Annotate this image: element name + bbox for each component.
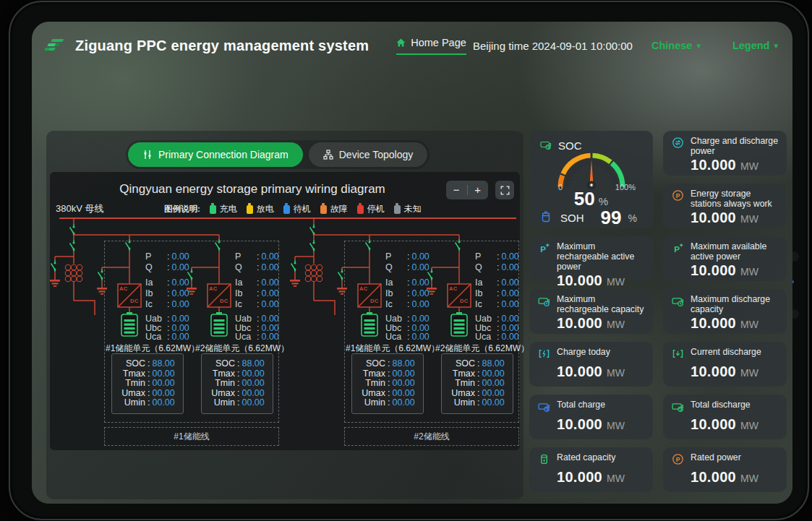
chevron-down-icon: ▾: [774, 41, 778, 51]
available-power-icon: P: [672, 242, 685, 257]
charge-today-icon: [538, 348, 551, 363]
wiring-icon: [142, 150, 153, 160]
stat-card-max-rechargeable-power: P Maximum rechargeable active power 10.0…: [529, 236, 653, 281]
home-page-tab[interactable]: Home Page: [396, 37, 466, 55]
stat-value: 10.000MW: [538, 469, 644, 486]
legend-selector[interactable]: Legend▾: [732, 40, 778, 51]
beijing-time: Beijing time 2024-09-01 10:00:00: [473, 40, 633, 52]
stat-value: 10.000MW: [672, 157, 778, 173]
soc-gauge-card: SOC 0 100% 50%: [529, 131, 653, 228]
rechargeable-power-icon: P: [538, 242, 551, 257]
dc-label: DC: [370, 298, 378, 304]
unit-soc-box: SOC:88.00 Tmax:00.00 Tmin:00.00 Umax:00.…: [351, 353, 424, 414]
home-label: Home Page: [411, 37, 466, 48]
stat-card-charge-today: Charge today 10.000MW: [529, 342, 653, 387]
discharge-capacity-icon: [672, 295, 685, 310]
stat-card-always-work: P Energy storage stations always work 10…: [663, 184, 787, 228]
svg-text:P: P: [676, 456, 680, 463]
stat-card-total-charge: Total charge 10.000MW: [529, 395, 653, 439]
screen: Ziguang PPC energy management system Hom…: [32, 22, 792, 504]
storage-line-2: #2储能线: [344, 427, 519, 446]
language-selector[interactable]: Chinese▾: [651, 40, 701, 51]
stat-value: 10.000MW: [672, 363, 778, 380]
tab-primary-connection-diagram[interactable]: Primary Connection Diagram: [128, 142, 303, 167]
tab-device-topology[interactable]: Device Topology: [309, 142, 427, 167]
storage-line-1: #1储能线: [104, 427, 279, 446]
ac-label: AC: [209, 285, 217, 292]
svg-text:P: P: [674, 244, 680, 254]
header: Ziguang PPC energy management system Hom…: [32, 22, 792, 65]
soh-row: SOH 99 %: [541, 207, 637, 229]
unit-measurements: P:0.00 Q:0.00 Ia:0.00 Ib:0.00 Ic:0.00 Ua…: [385, 251, 454, 342]
stat-card-max-discharge-capacity: Maximum discharge capacity 10.000MW: [663, 289, 787, 334]
ziguang-logo: [45, 37, 68, 54]
stat-value: 10.000MW: [672, 210, 778, 226]
battery-health-icon: [541, 211, 554, 225]
current-discharge-icon: [672, 348, 685, 363]
charge-discharge-icon: [672, 137, 685, 152]
dc-label: DC: [220, 298, 228, 304]
tablet-frame: Ziguang PPC energy management system Hom…: [9, 1, 809, 520]
rechargeable-capacity-icon: [538, 295, 551, 310]
topology-icon: [323, 150, 333, 160]
unit-soc-box: SOC:88.00 Tmax:00.00 Tmin:00.00 Umax:00.…: [441, 353, 513, 414]
tab-label: Device Topology: [339, 149, 413, 160]
tab-label: Primary Connection Diagram: [158, 149, 289, 160]
rated-capacity-icon: [538, 453, 551, 468]
stat-card-charge-discharge-power: Charge and discharge power 10.000MW: [663, 131, 787, 176]
stat-value: 10.000MW: [672, 315, 778, 332]
stat-card-rated-power: P Rated power 10.000MW: [663, 447, 787, 492]
total-discharge-icon: [672, 400, 685, 415]
brand: Ziguang PPC energy management system: [45, 37, 369, 54]
ac-label: AC: [449, 285, 457, 292]
unit-soc-box: SOC:88.00 Tmax:00.00 Tmin:00.00 Umax:00.…: [111, 353, 184, 414]
stat-value: 10.000MW: [538, 363, 644, 380]
svg-text:P: P: [540, 244, 546, 254]
stat-card-max-available-power: P Maximum available active power 10.000M…: [663, 236, 787, 281]
stat-value: 10.000MW: [672, 416, 778, 433]
ac-label: AC: [359, 285, 367, 292]
soh-value: 99: [601, 207, 622, 229]
soc-gauge: [549, 142, 634, 189]
dc-label: DC: [130, 298, 138, 304]
home-icon: [396, 38, 406, 47]
ac-label: AC: [119, 285, 127, 292]
soh-label: SOH: [560, 212, 584, 224]
chevron-down-icon: ▾: [696, 41, 701, 51]
stat-card-current-discharge: Current discharge 10.000MW: [663, 342, 787, 387]
unit-soc-box: SOC:88.00 Tmax:00.00 Tmin:00.00 Umax:00.…: [201, 353, 273, 414]
wiring-diagram-canvas[interactable]: Qingyuan energy storage primary wiring d…: [50, 172, 520, 450]
total-charge-icon: [538, 400, 551, 415]
stat-value: 10.000MW: [672, 262, 778, 279]
unit-measurements: P:0.00 Q:0.00 Ia:0.00 Ib:0.00 Ic:0.00 Ua…: [145, 251, 214, 342]
dc-label: DC: [460, 298, 468, 304]
tab-bar: Primary Connection Diagram Device Topolo…: [126, 140, 429, 169]
power-p-circle-icon: P: [672, 189, 685, 204]
stat-value: 10.000MW: [538, 416, 644, 433]
stat-card-rated-capacity: Rated capacity 10.000MW: [529, 447, 653, 492]
stat-card-total-discharge: Total discharge 10.000MW: [663, 395, 787, 439]
stat-value: 10.000MW: [538, 315, 644, 332]
diagram-panel: Primary Connection Diagram Device Topolo…: [46, 131, 523, 499]
stat-value: 10.000MW: [538, 272, 644, 289]
rated-power-icon: P: [672, 453, 685, 468]
app-title: Ziguang PPC energy management system: [75, 38, 369, 54]
stat-card-max-rechargeable-capacity: Maximum rechargeable capacity 10.000MW: [529, 289, 653, 334]
svg-text:P: P: [676, 192, 680, 199]
stat-value: 10.000MW: [672, 469, 778, 486]
unit-measurements: P:0.00 Q:0.00 Ia:0.00 Ib:0.00 Ic:0.00 Ua…: [235, 251, 304, 342]
